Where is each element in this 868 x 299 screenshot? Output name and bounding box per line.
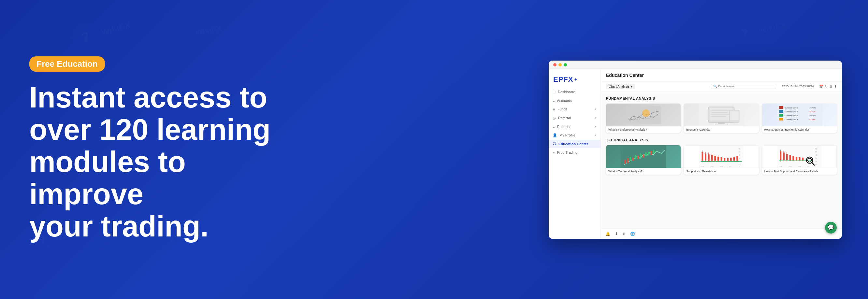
prop-trading-icon: ≡: [553, 151, 555, 155]
svg-rect-58: [737, 156, 738, 161]
sidebar-logo: EPFX ✦: [549, 73, 600, 88]
chart-analysis-filter[interactable]: Chart Analysis ▾: [606, 84, 635, 89]
download2-icon[interactable]: ⬇: [615, 232, 618, 236]
svg-text:50: 50: [739, 151, 741, 153]
content-area[interactable]: FUNDAMENTAL ANALYSIS: [601, 92, 842, 229]
card-fundamental-1[interactable]: What is Fundamental Analysis?: [606, 104, 681, 133]
sidebar-label-myprofile: My Profile: [559, 133, 576, 137]
sidebar-item-prop-trading[interactable]: ≡ Prop Trading: [549, 148, 600, 157]
technical-svg-1: [606, 145, 681, 168]
toolbar-icons: 📅 ↻ ⊟ ⬇: [819, 85, 837, 88]
card-fundamental-2[interactable]: Economic Calendar: [684, 104, 758, 133]
sidebar-item-my-profile[interactable]: 👤 My Profile ▾: [549, 131, 600, 140]
svg-text:5/1: 5/1: [729, 166, 731, 167]
svg-text:Currency pair 4: Currency pair 4: [784, 119, 798, 121]
card-thumb-technical3: 60 50 40 30 20 10 16:00 17:00: [762, 145, 837, 168]
svg-rect-51: [717, 157, 719, 161]
card-technical-1[interactable]: What is Technical Analysis?: [606, 145, 681, 174]
svg-rect-27: [625, 160, 626, 164]
sidebar-item-reports[interactable]: ≡ Reports ▾: [549, 123, 600, 131]
svg-rect-56: [730, 158, 732, 161]
svg-point-1: [642, 109, 650, 117]
svg-text:10: 10: [815, 164, 817, 165]
card-technical-3[interactable]: 60 50 40 30 20 10 16:00 17:00: [762, 145, 837, 174]
heading-line4: your trading.: [29, 210, 209, 243]
card-technical-2[interactable]: 60 50 40 30 20 10 16:00 17:00: [684, 145, 758, 174]
svg-rect-79: [796, 157, 797, 161]
chevron-down-icon: ▾: [595, 116, 597, 120]
refresh-icon[interactable]: ↻: [825, 85, 828, 88]
globe-icon[interactable]: 🌐: [630, 232, 635, 236]
svg-text:18:00: 18:00: [720, 166, 723, 167]
card-fundamental-3[interactable]: Currency pair 1 Currency pair 2 Currency…: [762, 104, 837, 133]
svg-rect-29: [630, 157, 631, 161]
window-bar: [549, 61, 842, 69]
bell-icon[interactable]: 🔔: [606, 232, 610, 236]
free-education-badge: Free Education: [29, 56, 105, 72]
svg-text:30: 30: [739, 157, 741, 159]
search-input[interactable]: [718, 85, 774, 88]
svg-rect-20: [779, 118, 783, 121]
education-icon: 🛡: [553, 142, 556, 146]
calendar-icon[interactable]: 📅: [819, 85, 823, 88]
svg-text:-0.33%: -0.33%: [809, 119, 815, 121]
chat-bubble-button[interactable]: 💬: [825, 222, 837, 234]
search-area[interactable]: 🔍: [711, 84, 776, 89]
date-range: 2023/10/19 - 2023/10/26: [782, 85, 814, 88]
sidebar-item-referral[interactable]: ◎ Referral ▾: [549, 114, 600, 123]
filter-label: Chart Analysis: [609, 85, 629, 88]
maximize-dot[interactable]: [564, 63, 567, 66]
sidebar-item-funds[interactable]: ◈ Funds ▾: [549, 105, 600, 114]
svg-rect-28: [627, 158, 628, 163]
svg-text:50: 50: [815, 151, 817, 153]
app-screenshot: EPFX ✦ ⊞ Dashboard ≡ Accounts ◈ Funds: [549, 61, 842, 239]
referral-icon: ◎: [553, 116, 556, 120]
svg-rect-77: [789, 155, 791, 161]
minimize-dot[interactable]: [558, 63, 562, 66]
svg-rect-57: [734, 157, 735, 161]
svg-rect-78: [793, 156, 794, 161]
svg-text:-0.21%: -0.21%: [809, 111, 815, 113]
chevron-down-icon: ▾: [595, 107, 597, 111]
svg-rect-81: [802, 158, 804, 161]
svg-rect-55: [727, 158, 728, 161]
svg-text:+0.43%: +0.43%: [809, 107, 816, 109]
card-thumb-fundamental2: [684, 104, 758, 126]
heading-line1: Instant access to: [29, 81, 267, 114]
filter-icon[interactable]: ⊟: [830, 85, 832, 88]
funds-icon: ◈: [553, 107, 555, 111]
svg-text:30: 30: [815, 157, 817, 159]
reports-icon: ≡: [553, 125, 555, 129]
svg-text:20: 20: [815, 161, 817, 162]
svg-text:40: 40: [815, 155, 817, 156]
svg-rect-54: [724, 158, 725, 161]
card-label-fundamental3: How to Apply an Economic Calendar: [762, 126, 837, 133]
sidebar-label-education: Education Center: [558, 142, 588, 146]
svg-text:60: 60: [739, 148, 741, 150]
sidebar-label-dashboard: Dashboard: [558, 90, 576, 94]
card-label-technical2: Support and Resistance: [684, 168, 758, 174]
svg-rect-41: [702, 152, 704, 161]
sidebar: EPFX ✦ ⊞ Dashboard ≡ Accounts ◈ Funds: [549, 69, 601, 239]
sidebar-item-accounts[interactable]: ≡ Accounts: [549, 96, 600, 105]
svg-rect-16: [779, 110, 783, 113]
chart-svg: [609, 106, 678, 124]
close-dot[interactable]: [553, 63, 557, 66]
svg-text:16:00: 16:00: [779, 166, 782, 167]
sidebar-item-dashboard[interactable]: ⊞ Dashboard: [549, 88, 600, 96]
download-icon[interactable]: ⬇: [834, 85, 837, 88]
monitor-svg: [684, 104, 758, 126]
sidebar-item-education-center[interactable]: 🛡 Education Center: [549, 140, 600, 148]
svg-text:5/1: 5/1: [807, 166, 809, 167]
sidebar-label-accounts: Accounts: [557, 99, 571, 103]
copy-icon[interactable]: ⧉: [623, 232, 626, 236]
svg-text:+0.15%: +0.15%: [809, 114, 816, 117]
logo-text: EPFX: [553, 75, 573, 84]
svg-rect-18: [779, 114, 783, 117]
technical-cards-row: What is Technical Analysis?: [606, 145, 837, 174]
logo-icon: ✦: [574, 77, 578, 82]
main-heading: Instant access to over 120 learning modu…: [29, 81, 274, 243]
filter-arrow: ▾: [631, 85, 632, 88]
flags-svg: Currency pair 1 Currency pair 2 Currency…: [762, 104, 837, 126]
section-fundamental: FUNDAMENTAL ANALYSIS: [606, 96, 837, 100]
